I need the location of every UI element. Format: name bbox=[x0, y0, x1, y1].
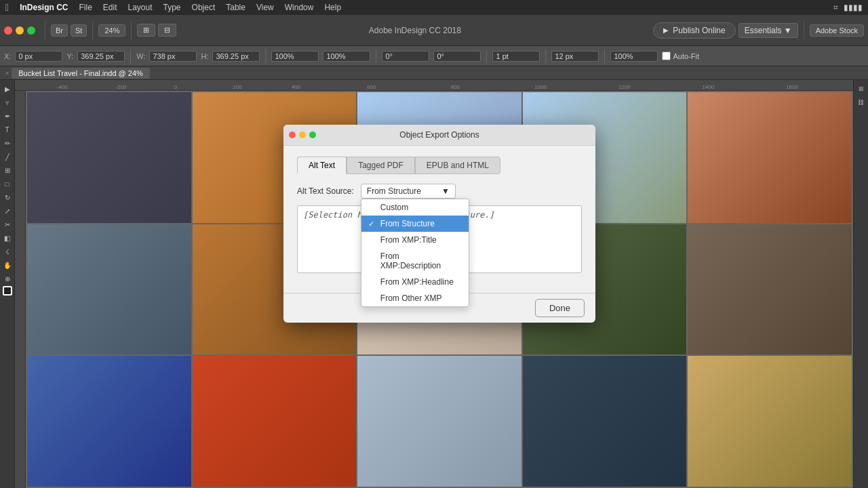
zoom-tool[interactable]: ⊕ bbox=[1, 272, 14, 285]
adobe-stock-btn[interactable]: Adobe Stock bbox=[810, 24, 864, 37]
hand-tool[interactable]: ✋ bbox=[1, 259, 14, 271]
window-menu[interactable]: Window bbox=[285, 3, 314, 12]
object-menu[interactable]: Object bbox=[192, 3, 216, 12]
scale-tool[interactable]: ⤢ bbox=[1, 205, 14, 217]
apple-menu[interactable]:  bbox=[5, 2, 9, 13]
close-button[interactable] bbox=[4, 26, 12, 35]
window-controls[interactable] bbox=[4, 26, 35, 35]
alt-text-source-select[interactable]: From Structure ▼ bbox=[361, 184, 456, 199]
toolbar-sep-3 bbox=[131, 21, 132, 40]
eyedropper-tool[interactable]: ☇ bbox=[1, 245, 14, 258]
type-menu[interactable]: Type bbox=[163, 3, 181, 12]
scissors-tool[interactable]: ✂ bbox=[1, 218, 14, 230]
y-label: Y: bbox=[66, 52, 73, 60]
select-tool[interactable]: ▶ bbox=[1, 83, 14, 95]
h-field[interactable] bbox=[212, 51, 260, 62]
maximize-button[interactable] bbox=[27, 26, 35, 35]
dropdown-item-label: From XMP:Description bbox=[380, 251, 458, 270]
app-menu[interactable]: InDesign CC bbox=[20, 3, 68, 12]
alt-text-source-select-wrapper: From Structure ▼ Custom From Struc bbox=[361, 184, 456, 199]
photo-1 bbox=[27, 92, 191, 223]
dropdown-item-xmp-description[interactable]: From XMP:Description bbox=[361, 248, 469, 274]
layout-menu[interactable]: Layout bbox=[128, 3, 153, 12]
stock-badge[interactable]: St bbox=[71, 24, 87, 37]
font-size-field[interactable] bbox=[551, 51, 599, 62]
pencil-tool[interactable]: ✏ bbox=[1, 137, 14, 149]
tab-close-icon[interactable]: × bbox=[5, 70, 9, 77]
fill-color[interactable] bbox=[3, 286, 12, 296]
photo-6 bbox=[27, 224, 191, 355]
zoom2-field[interactable] bbox=[610, 51, 658, 62]
help-menu[interactable]: Help bbox=[324, 3, 341, 12]
photo-11 bbox=[27, 356, 191, 487]
horizontal-ruler: -400 -200 0 200 400 600 800 1000 1200 14… bbox=[15, 80, 853, 91]
ruler-mark: -400 bbox=[57, 84, 68, 90]
type-tool[interactable]: T bbox=[1, 123, 14, 136]
minimize-button[interactable] bbox=[16, 26, 24, 35]
sep6 bbox=[604, 49, 605, 63]
tagged-pdf-tab[interactable]: Tagged PDF bbox=[347, 157, 415, 174]
view-menu[interactable]: View bbox=[256, 3, 274, 12]
pen-tool[interactable]: ✒ bbox=[1, 110, 14, 122]
dropdown-item-from-structure[interactable]: From Structure bbox=[361, 216, 469, 232]
sep3 bbox=[376, 49, 376, 63]
dropdown-item-other-xmp[interactable]: From Other XMP bbox=[361, 290, 469, 306]
dialog-close[interactable] bbox=[289, 131, 296, 138]
epub-html-tab[interactable]: EPUB and HTML bbox=[415, 157, 500, 174]
zoom-field[interactable]: 24% bbox=[98, 24, 125, 37]
dropdown-item-label: From XMP:Headline bbox=[380, 277, 454, 287]
ruler-mark: 1000 bbox=[534, 84, 547, 90]
photo-12 bbox=[193, 356, 357, 487]
pages-panel-btn[interactable]: ⊞ bbox=[855, 83, 867, 95]
photo-13 bbox=[357, 356, 521, 487]
line-tool[interactable]: ╱ bbox=[1, 150, 14, 163]
links-panel-btn[interactable]: ⛓ bbox=[855, 96, 867, 108]
alt-text-tab[interactable]: Alt Text bbox=[297, 157, 347, 174]
document-tab[interactable]: Bucket List Travel - Final.indd @ 24% bbox=[12, 68, 150, 79]
dialog-max[interactable] bbox=[309, 131, 316, 138]
rotate-field[interactable] bbox=[382, 51, 429, 62]
auto-fit-checkbox[interactable] bbox=[662, 52, 671, 60]
view-btn[interactable]: ⊞ bbox=[137, 24, 155, 37]
x-field[interactable] bbox=[15, 51, 62, 62]
rect-frame-tool[interactable]: ⊞ bbox=[1, 164, 14, 176]
w-field[interactable] bbox=[149, 51, 197, 62]
dialog-tab-bar: Alt Text Tagged PDF EPUB and HTML bbox=[297, 157, 582, 174]
edit-menu[interactable]: Edit bbox=[103, 3, 117, 12]
dialog-min[interactable] bbox=[299, 131, 306, 138]
publish-online-button[interactable]: ▶ Publish Online bbox=[653, 22, 735, 39]
ruler-mark: 0 bbox=[174, 84, 177, 90]
w-label: W: bbox=[136, 52, 145, 60]
stroke-field[interactable] bbox=[492, 51, 540, 62]
app-title: Adobe InDesign CC 2018 bbox=[179, 26, 650, 35]
shear-field[interactable] bbox=[433, 51, 481, 62]
scale-w-field[interactable] bbox=[271, 51, 319, 62]
auto-fit-label[interactable]: Auto-Fit bbox=[662, 52, 699, 60]
rotate-tool[interactable]: ↻ bbox=[1, 191, 14, 203]
sep5 bbox=[545, 49, 546, 63]
dropdown-item-xmp-headline[interactable]: From XMP:Headline bbox=[361, 274, 469, 290]
sep2 bbox=[265, 49, 266, 63]
gradient-tool[interactable]: ◧ bbox=[1, 232, 14, 244]
dropdown-item-custom[interactable]: Custom bbox=[361, 199, 469, 216]
rect-tool[interactable]: □ bbox=[1, 178, 14, 190]
scale-h-field[interactable] bbox=[323, 51, 370, 62]
canvas[interactable]: Object Export Options Alt Text Tagged PD… bbox=[26, 91, 853, 488]
sep bbox=[130, 49, 131, 63]
control-bar: X: Y: W: H: Auto-Fit bbox=[0, 46, 868, 66]
file-menu[interactable]: File bbox=[79, 3, 92, 12]
ruler-mark: 400 bbox=[292, 84, 300, 90]
direct-select-tool[interactable]: ▿ bbox=[1, 96, 14, 108]
alt-text-source-dropdown[interactable]: Custom From Structure From XMP:Title bbox=[361, 199, 469, 307]
dropdown-item-label: Custom bbox=[380, 203, 408, 212]
done-button[interactable]: Done bbox=[535, 299, 585, 317]
essentials-button[interactable]: Essentials ▼ bbox=[738, 23, 798, 38]
tools-panel: ▶ ▿ ✒ T ✏ ╱ ⊞ □ ↻ ⤢ ✂ ◧ ☇ ✋ ⊕ bbox=[0, 80, 15, 488]
table-menu[interactable]: Table bbox=[226, 3, 245, 12]
toolbar-sep-4 bbox=[804, 21, 804, 40]
layout-btn[interactable]: ⊟ bbox=[158, 24, 176, 37]
dialog-traffic-lights bbox=[289, 131, 316, 138]
bridge-badge[interactable]: Br bbox=[51, 24, 68, 37]
dropdown-item-xmp-title[interactable]: From XMP:Title bbox=[361, 232, 469, 248]
y-field[interactable] bbox=[77, 51, 125, 62]
